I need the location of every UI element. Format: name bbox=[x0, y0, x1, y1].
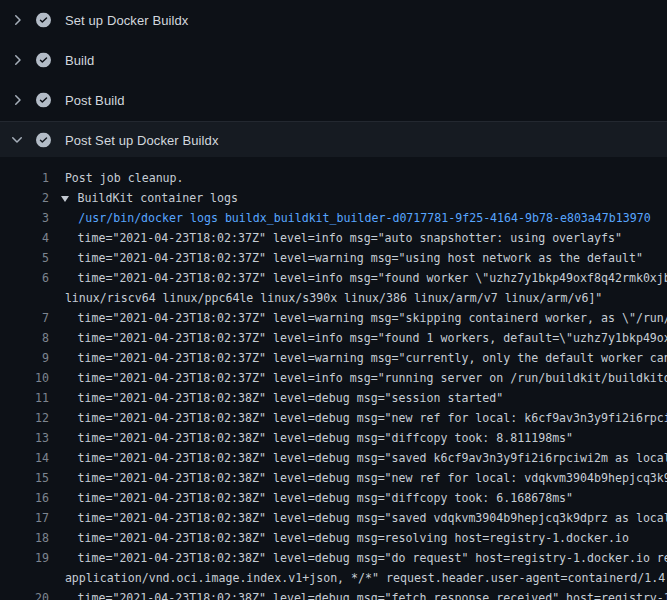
log-line-number[interactable]: 5 bbox=[0, 248, 49, 268]
log-line: 14 time="2021-04-23T18:02:38Z" level=deb… bbox=[0, 448, 667, 468]
log-line-number[interactable]: 1 bbox=[0, 168, 49, 188]
log-line-text: /usr/bin/docker logs buildx_buildkit_bui… bbox=[78, 208, 650, 228]
log-line: 7 time="2021-04-23T18:02:37Z" level=warn… bbox=[0, 308, 667, 328]
log-line: 4 time="2021-04-23T18:02:37Z" level=info… bbox=[0, 228, 667, 248]
log-line-text: time="2021-04-23T18:02:37Z" level=warnin… bbox=[78, 248, 643, 268]
group-collapse-triangle-icon[interactable] bbox=[61, 196, 69, 202]
log-line-number[interactable]: 4 bbox=[0, 228, 49, 248]
log-line-text: time="2021-04-23T18:02:37Z" level=info m… bbox=[78, 328, 667, 348]
check-circle-icon bbox=[36, 93, 51, 108]
log-line-text: Post job cleanup. bbox=[65, 168, 184, 188]
log-line: 12 time="2021-04-23T18:02:38Z" level=deb… bbox=[0, 408, 667, 428]
log-line-number[interactable]: 14 bbox=[0, 448, 49, 468]
log-line-text: time="2021-04-23T18:02:37Z" level=info m… bbox=[78, 268, 667, 288]
log-line-text: time="2021-04-23T18:02:37Z" level=warnin… bbox=[78, 308, 667, 328]
log-line: 17 time="2021-04-23T18:02:38Z" level=deb… bbox=[0, 508, 667, 528]
log-line-number[interactable]: 13 bbox=[0, 428, 49, 448]
log-line: 18 time="2021-04-23T18:02:38Z" level=deb… bbox=[0, 528, 667, 548]
log-line-text: time="2021-04-23T18:02:37Z" level=info m… bbox=[78, 368, 667, 388]
log-line: 13 time="2021-04-23T18:02:38Z" level=deb… bbox=[0, 428, 667, 448]
log-line-number[interactable]: 18 bbox=[0, 528, 49, 548]
check-circle-icon bbox=[36, 132, 51, 147]
log-line-number[interactable]: 10 bbox=[0, 368, 49, 388]
step-title: Post Build bbox=[65, 93, 125, 108]
log-viewer: 1 Post job cleanup. 2 BuildKit container… bbox=[0, 157, 667, 600]
log-line-text: time="2021-04-23T18:02:38Z" level=debug … bbox=[78, 388, 504, 408]
log-group-header[interactable]: 2 BuildKit container logs bbox=[0, 188, 667, 208]
log-line-text: application/vnd.oci.image.index.v1+json,… bbox=[65, 568, 667, 588]
log-line-number[interactable]: 16 bbox=[0, 488, 49, 508]
log-line-text: time="2021-04-23T18:02:38Z" level=debug … bbox=[78, 408, 667, 428]
check-circle-icon bbox=[36, 53, 51, 68]
log-line-text: time="2021-04-23T18:02:37Z" level=info m… bbox=[78, 228, 622, 248]
step-title: Set up Docker Buildx bbox=[65, 13, 188, 28]
log-line: 15 time="2021-04-23T18:02:38Z" level=deb… bbox=[0, 468, 667, 488]
log-line: 10 time="2021-04-23T18:02:37Z" level=inf… bbox=[0, 368, 667, 388]
log-line-text: linux/riscv64 linux/ppc64le linux/s390x … bbox=[65, 288, 602, 308]
log-line-number[interactable]: 15 bbox=[0, 468, 49, 488]
log-line-text: BuildKit container logs bbox=[78, 188, 239, 208]
step-header-post-build[interactable]: Post Build bbox=[0, 80, 667, 120]
check-circle-icon bbox=[36, 13, 51, 28]
log-line: 16 time="2021-04-23T18:02:38Z" level=deb… bbox=[0, 488, 667, 508]
log-line-text: time="2021-04-23T18:02:38Z" level=debug … bbox=[78, 588, 667, 600]
log-line: 5 time="2021-04-23T18:02:37Z" level=warn… bbox=[0, 248, 667, 268]
log-line: linux/riscv64 linux/ppc64le linux/s390x … bbox=[0, 288, 667, 308]
log-line: application/vnd.oci.image.index.v1+json,… bbox=[0, 568, 667, 588]
step-header-post-set-up-docker-buildx[interactable]: Post Set up Docker Buildx bbox=[0, 121, 667, 157]
log-line-number[interactable]: 2 bbox=[0, 188, 49, 208]
log-line-number[interactable]: 12 bbox=[0, 408, 49, 428]
chevron-right-icon bbox=[9, 92, 25, 108]
log-line-number[interactable]: 3 bbox=[0, 208, 49, 228]
log-line: 20 time="2021-04-23T18:02:38Z" level=deb… bbox=[0, 588, 667, 600]
log-line-number[interactable]: 7 bbox=[0, 308, 49, 328]
log-line-text: time="2021-04-23T18:02:38Z" level=debug … bbox=[78, 548, 667, 568]
chevron-down-icon bbox=[9, 132, 25, 148]
log-line-number[interactable]: 19 bbox=[0, 548, 49, 568]
log-line: 11 time="2021-04-23T18:02:38Z" level=deb… bbox=[0, 388, 667, 408]
log-line-text: time="2021-04-23T18:02:38Z" level=debug … bbox=[78, 468, 667, 488]
chevron-right-icon bbox=[9, 52, 25, 68]
step-title: Post Set up Docker Buildx bbox=[65, 132, 219, 147]
log-line-number[interactable]: 20 bbox=[0, 588, 49, 600]
log-line-number[interactable]: 11 bbox=[0, 388, 49, 408]
log-line-text: time="2021-04-23T18:02:37Z" level=warnin… bbox=[78, 348, 667, 368]
log-line-number[interactable]: 6 bbox=[0, 268, 49, 288]
log-line-text: time="2021-04-23T18:02:38Z" level=debug … bbox=[78, 428, 574, 448]
log-line: 1 Post job cleanup. bbox=[0, 168, 667, 188]
log-line-number[interactable]: 8 bbox=[0, 328, 49, 348]
log-line-text: time="2021-04-23T18:02:38Z" level=debug … bbox=[78, 508, 667, 528]
steps-list: Set up Docker Buildx Build Post Build Po… bbox=[0, 0, 667, 157]
log-line: 6 time="2021-04-23T18:02:37Z" level=info… bbox=[0, 268, 667, 288]
log-line-number[interactable]: 17 bbox=[0, 508, 49, 528]
chevron-right-icon bbox=[9, 12, 25, 28]
log-line: 3 /usr/bin/docker logs buildx_buildkit_b… bbox=[0, 208, 667, 228]
step-header-build[interactable]: Build bbox=[0, 40, 667, 80]
actions-log-viewer: { "colors": { "background": "#0d1117", "… bbox=[0, 0, 667, 600]
step-title: Build bbox=[65, 53, 94, 68]
log-line: 8 time="2021-04-23T18:02:37Z" level=info… bbox=[0, 328, 667, 348]
log-line: 19 time="2021-04-23T18:02:38Z" level=deb… bbox=[0, 548, 667, 568]
log-line-text: time="2021-04-23T18:02:38Z" level=debug … bbox=[78, 448, 667, 468]
step-header-set-up-docker-buildx[interactable]: Set up Docker Buildx bbox=[0, 0, 667, 40]
log-line-text: time="2021-04-23T18:02:38Z" level=debug … bbox=[78, 488, 574, 508]
log-line-text: time="2021-04-23T18:02:38Z" level=debug … bbox=[78, 528, 629, 548]
log-line: 9 time="2021-04-23T18:02:37Z" level=warn… bbox=[0, 348, 667, 368]
log-line-number[interactable]: 9 bbox=[0, 348, 49, 368]
